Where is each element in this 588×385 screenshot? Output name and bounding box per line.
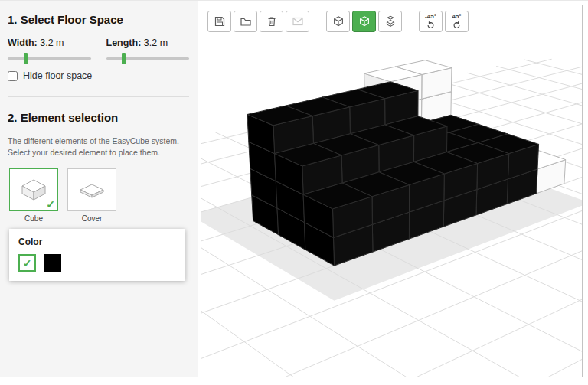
white-selected-check-icon: ✓ <box>23 257 32 269</box>
3d-canvas-panel: -45° 45° <box>201 5 583 377</box>
delete-button[interactable] <box>260 11 283 32</box>
element-selection-heading: 2. Element selection <box>8 111 189 124</box>
length-slider-block: Length: 3.2 m <box>106 38 190 60</box>
width-caption: Width: 3.2 m <box>8 38 91 48</box>
file-button-group <box>207 11 309 32</box>
rotate-right-button[interactable]: 45° <box>445 11 469 32</box>
element-cards: ✓ Cube Cover <box>9 168 189 223</box>
cube-card-label: Cube <box>9 214 58 223</box>
element-tool-group <box>326 11 402 32</box>
length-label: Length: <box>106 38 142 48</box>
floor-sliders: Width: 3.2 m Length: 3.2 m <box>8 38 189 60</box>
element-selection-description: The different elements of the EasyCube s… <box>8 135 189 158</box>
section-divider <box>8 96 189 97</box>
width-value: 3.2 m <box>40 38 64 48</box>
tool-cover-button[interactable] <box>378 11 402 32</box>
rotate-left-button[interactable]: -45° <box>419 11 443 32</box>
hide-floor-label: Hide floor space <box>23 70 92 81</box>
floor-space-heading: 1. Select Floor Space <box>8 13 189 26</box>
color-panel: Color ✓ <box>9 229 185 281</box>
cube-selected-check-icon: ✓ <box>46 198 55 210</box>
element-card-cover[interactable]: Cover <box>67 168 116 223</box>
length-slider-handle[interactable] <box>122 53 126 64</box>
color-heading: Color <box>18 237 176 247</box>
rotate-ccw-icon <box>426 21 436 30</box>
width-slider[interactable] <box>8 57 91 60</box>
cover-card-label: Cover <box>67 214 116 223</box>
length-value: 3.2 m <box>144 38 168 48</box>
scene-svg[interactable] <box>201 5 582 377</box>
save-icon <box>214 15 226 28</box>
tool-cube-button[interactable] <box>352 11 376 32</box>
trash-icon <box>266 15 278 28</box>
color-swatch-black[interactable] <box>44 254 61 272</box>
color-swatches: ✓ <box>18 254 176 272</box>
length-slider[interactable] <box>106 57 190 60</box>
save-button[interactable] <box>207 11 231 32</box>
folder-icon <box>240 15 252 28</box>
hide-floor-row: Hide floor space <box>8 70 189 81</box>
rotate-cw-icon <box>452 21 462 30</box>
cube-active-icon <box>358 15 371 28</box>
mail-icon <box>292 15 304 28</box>
color-swatch-white[interactable]: ✓ <box>18 254 36 272</box>
rotate-button-group: -45° 45° <box>419 11 469 32</box>
canvas-toolbar: -45° 45° <box>207 11 469 32</box>
cube-wireframe-icon <box>332 15 345 28</box>
cube-element-icon <box>18 178 49 201</box>
sidebar: 1. Select Floor Space Width: 3.2 m Lengt… <box>0 1 198 377</box>
cover-element-icon <box>77 178 107 201</box>
width-label: Width: <box>8 38 38 48</box>
mail-button[interactable] <box>286 11 309 32</box>
element-card-cube[interactable]: ✓ Cube <box>9 168 58 223</box>
tool-cube-wireframe-button[interactable] <box>326 11 350 32</box>
rotate-right-label: 45° <box>452 14 461 20</box>
width-slider-handle[interactable] <box>24 53 28 64</box>
hide-floor-checkbox[interactable] <box>8 71 18 81</box>
rotate-left-label: -45° <box>425 14 436 20</box>
open-button[interactable] <box>234 11 257 32</box>
length-caption: Length: 3.2 m <box>106 38 190 48</box>
width-slider-block: Width: 3.2 m <box>8 38 91 60</box>
cube-cover-icon <box>384 15 397 28</box>
